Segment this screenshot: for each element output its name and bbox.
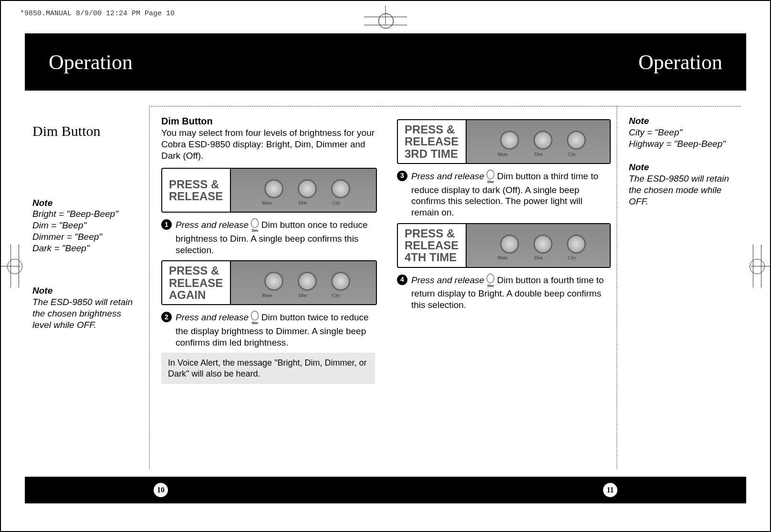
step-action: Press and release [411,171,484,181]
step-1: 1 Press and release Dim button once to r… [161,218,375,256]
step-4: 4 Press and release Dim button a fourth … [397,274,609,311]
mute-label: Mute [262,200,272,206]
step-number-icon: 4 [397,275,407,285]
note-label: Note [32,197,141,209]
registration-cross-left [1,266,20,266]
note-line: Dark = "Beep" [32,243,90,253]
note-2: Note The ESD-9850 will retain the chosen… [32,285,141,330]
note-line: Bright = "Beep-Beep" [32,209,118,219]
note-body: The ESD-9850 will retain the chosen brig… [32,297,141,330]
section-subtitle: Dim Button [32,122,141,140]
step-text: Press and release Dim button a third tim… [411,170,609,218]
mute-label: Mute [498,152,508,158]
left-margin-column: Dim Button Note Bright = "Beep-Beep" Dim… [25,106,149,469]
chapter-title-band: Operation Operation [25,33,746,91]
note-line: Dimmer = "Beep" [32,232,102,242]
mute-dial-icon [264,179,283,198]
city-label: City [568,255,576,261]
step-number-icon: 1 [161,219,172,230]
dim-label: Dim [299,293,307,299]
figure-press-release-2: PRESS & RELEASE AGAIN Mute Dim City [161,260,377,305]
figure-press-release-1: PRESS & RELEASE Mute Dim City [161,168,377,213]
voice-alert-callout: In Voice Alert, the message "Bright, Dim… [161,353,375,384]
chapter-title-left: Operation [49,50,133,74]
chapter-title-right: Operation [638,50,722,74]
dim-button-icon [487,170,494,184]
page-number-right: 11 [603,483,617,497]
city-dial-icon [567,131,586,150]
step-number-icon: 3 [397,171,407,181]
dim-label: Dim [534,255,543,261]
content-area: Dim Button Note Bright = "Beep-Beep" Dim… [25,106,746,469]
right-margin-column: Note City = "Beep" Highway = "Beep-Beep"… [616,106,740,469]
mute-label: Mute [262,293,272,299]
step-action: Press and release [411,275,484,285]
city-label: City [332,200,340,206]
page-number-left: 10 [154,483,168,497]
step-action: Press and release [176,313,249,323]
figure-caption: PRESS & RELEASE [162,178,230,202]
registration-cross-right [751,266,770,266]
dim-dial-icon [533,235,552,254]
footer-band: 10 11 [25,477,746,503]
note-label: Note [32,285,141,297]
note-line: Dim = "Beep" [32,220,86,230]
dim-dial-icon [298,272,317,291]
dim-dial-icon [533,131,552,150]
step-2: 2 Press and release Dim button twice to … [161,311,375,348]
step-text: Press and release Dim button a fourth ti… [411,274,609,311]
dim-button-icon [487,274,494,288]
step-action: Press and release [176,220,249,230]
note-1: Note Bright = "Beep-Beep" Dim = "Beep" D… [32,197,141,254]
step-text: Press and release Dim button once to red… [176,218,375,256]
city-dial-icon [331,179,350,198]
dim-button-icon [251,218,259,233]
device-illustration: Mute Dim City [230,169,376,212]
figure-caption: PRESS & RELEASE 4TH TIME [398,227,466,264]
note-3: Note City = "Beep" Highway = "Beep-Beep" [629,115,733,149]
device-illustration: Mute Dim City [466,120,610,163]
prepress-header: *9850.MANUAL 8/9/00 12:24 PM Page 10 [20,10,175,18]
main-heading: Dim Button [161,115,375,127]
device-illustration: Mute Dim City [230,261,376,304]
mute-dial-icon [264,272,283,291]
note-body: Bright = "Beep-Beep" Dim = "Beep" Dimmer… [32,208,141,254]
note-body: The ESD-9850 will retain the chosen mode… [629,173,733,207]
dim-dial-icon [298,179,317,198]
note-line: Highway = "Beep-Beep" [629,139,726,149]
note-line: City = "Beep" [629,127,682,137]
mute-dial-icon [500,235,519,254]
dim-button-icon [251,311,259,326]
main-column-left: Dim Button You may select from four leve… [149,106,383,469]
city-label: City [332,293,340,299]
intro-paragraph: You may select from four levels of brigh… [161,127,375,161]
figure-caption: PRESS & RELEASE AGAIN [162,265,230,301]
figure-caption: PRESS & RELEASE 3RD TIME [398,123,466,160]
figure-press-release-4: PRESS & RELEASE 4TH TIME Mute Dim City [397,223,611,268]
city-dial-icon [567,235,586,254]
city-dial-icon [331,272,350,291]
mute-label: Mute [498,255,508,261]
registration-mark-bottom [364,6,407,23]
note-label: Note [629,162,733,173]
step-number-icon: 2 [161,312,172,322]
main-column-right: PRESS & RELEASE 3RD TIME Mute Dim City 3… [383,106,616,469]
dim-label: Dim [299,200,307,206]
dim-label: Dim [534,152,543,158]
note-body: City = "Beep" Highway = "Beep-Beep" [629,127,733,150]
step-text: Press and release Dim button twice to re… [176,311,375,348]
device-illustration: Mute Dim City [466,224,610,267]
figure-press-release-3: PRESS & RELEASE 3RD TIME Mute Dim City [397,119,611,164]
step-3: 3 Press and release Dim button a third t… [397,170,609,218]
mute-dial-icon [500,131,519,150]
manual-spread: *9850.MANUAL 8/9/00 12:24 PM Page 10 Ope… [0,0,771,532]
note-label: Note [629,115,733,127]
city-label: City [568,152,576,158]
note-4: Note The ESD-9850 will retain the chosen… [629,162,733,207]
